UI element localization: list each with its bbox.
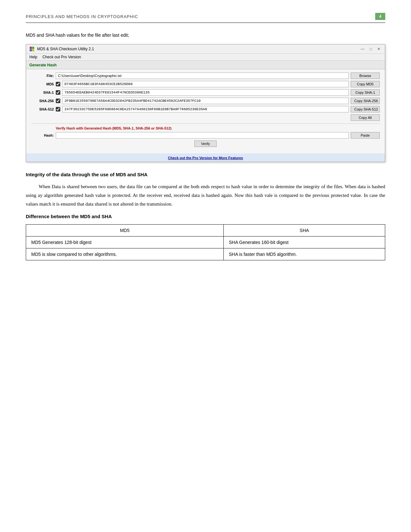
copy-md5-button[interactable]: Copy MD5 [351,81,380,87]
sha256-label: SHA-256 [31,99,54,103]
sha512-checkbox[interactable] [56,107,60,111]
file-label: File: [31,74,54,78]
integrity-heading: Integrity of the data through the use of… [26,172,385,177]
sha512-label: SHA-512 [31,107,54,111]
menu-help[interactable]: Help [29,55,37,59]
file-path-display: C:\Users\user\Desktop\Cryptographic.txt [56,73,349,79]
window-title-text: MD5 & SHA Checksum Utility 2.1 [37,47,94,51]
md5-label: MD5 [31,82,54,86]
comparison-table: MD5 SHA MD5 Generates 128-bit digestSHA … [26,224,385,260]
close-button[interactable]: ✕ [376,47,382,51]
md5-value: D7403F4656BC1B3FA98453CE2B520D88 [62,81,349,87]
sha1-row: SHA-1 785654EEAEB9424D37FE01544F470CED53… [31,89,380,96]
window-titlebar: MD5 & SHA Checksum Utility 2.1 — □ ✕ [26,44,385,54]
page: PRINCIPLES AND METHODS IN CRYPTOGRAPHIC … [0,0,411,280]
paste-button[interactable]: Paste [351,132,380,139]
copy-sha256-button[interactable]: Copy SHA-256 [351,98,380,104]
integrity-body: When Data is shared between two users, t… [26,182,385,208]
md5-checkbox[interactable] [56,82,60,86]
app-window: MD5 & SHA Checksum Utility 2.1 — □ ✕ Hel… [26,44,385,162]
sha1-label: SHA-1 [31,91,54,94]
table-row: MD5 is slow compared to other algorithms… [26,248,385,260]
verify-hint: Verify Hash with Generated Hash (MD5, SH… [56,126,380,130]
verify-btn-row: Verify [31,140,380,147]
page-number: 4 [375,13,385,20]
copy-all-row: Copy All [31,114,380,121]
difference-heading: Difference between the MD5 and SHA [26,214,385,219]
sha256-checkbox[interactable] [56,99,60,103]
pro-link-row: Check out the Pro Version for More Featu… [26,153,385,162]
page-header: PRINCIPLES AND METHODS IN CRYPTOGRAPHIC … [26,13,385,23]
app-icon [29,46,34,52]
browse-button[interactable]: Browse [351,73,380,79]
sha256-value: 2F9B81E2559798E7A58A4CDD32842FB235A4FBD4… [62,98,349,104]
table-cell-col2: SHA is faster than MD5 algorithm. [223,248,385,260]
col1-header: MD5 [26,225,224,237]
maximize-button[interactable]: □ [368,47,373,51]
sha512-value: 247F36233C75DE5285F68D864C8EA15747A46015… [62,106,349,112]
table-cell-col1: MD5 is slow compared to other algorithms… [26,248,224,260]
verify-button[interactable]: Verify [194,140,217,147]
pro-version-link[interactable]: Check out the Pro Version for More Featu… [168,156,243,160]
generate-hash-button[interactable]: Generate Hash [29,63,57,67]
hash-input-field[interactable] [56,132,349,139]
hash-input-label: Hash: [31,133,54,137]
integrity-section: Integrity of the data through the use of… [26,172,385,208]
table-cell-col1: MD5 Generates 128-bit digest [26,237,224,248]
sha256-row: SHA-256 2F9B81E2559798E7A58A4CDD32842FB2… [31,98,380,104]
verify-section: Verify Hash with Generated Hash (MD5, SH… [31,123,380,147]
copy-sha1-button[interactable]: Copy SHA-1 [351,89,380,96]
sha512-row: SHA-512 247F36233C75DE5285F68D864C8EA157… [31,106,380,112]
titlebar-left: MD5 & SHA Checksum Utility 2.1 [29,46,94,52]
window-menubar: Help Check out Pro Version [26,54,385,61]
subtitle: MD5 and SHA hash values for the file aft… [26,33,385,38]
minimize-button[interactable]: — [359,47,366,51]
sha1-checkbox[interactable] [56,90,60,95]
menu-pro[interactable]: Check out Pro Version [43,55,81,59]
copy-sha512-button[interactable]: Copy SHA-512 [351,106,380,112]
md5-row: MD5 D7403F4656BC1B3FA98453CE2B520D88 Cop… [31,81,380,87]
col2-header: SHA [223,225,385,237]
difference-section: Difference between the MD5 and SHA MD5 S… [26,214,385,260]
table-cell-col2: SHA Generates 160-bit digest [223,237,385,248]
sha1-value: 785654EEAEB9424D37FE01544F470CED5396E135 [62,89,349,96]
window-body: File: C:\Users\user\Desktop\Cryptographi… [26,69,385,153]
copy-all-button[interactable]: Copy All [351,114,380,121]
file-row: File: C:\Users\user\Desktop\Cryptographi… [31,73,380,79]
window-controls: — □ ✕ [359,47,382,51]
page-title: PRINCIPLES AND METHODS IN CRYPTOGRAPHIC [26,14,138,19]
window-toolbar: Generate Hash [26,61,385,69]
hash-input-row: Hash: Paste [31,132,380,139]
table-row: MD5 Generates 128-bit digestSHA Generate… [26,237,385,248]
